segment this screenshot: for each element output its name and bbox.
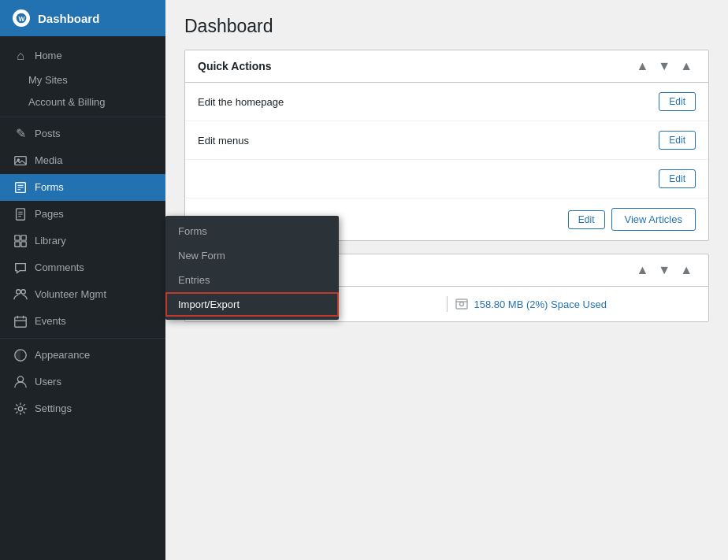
- home-icon: ⌂: [13, 48, 28, 64]
- quick-action-label: Edit menus: [198, 135, 249, 146]
- sidebar-main-nav: ⌂ Home My Sites Account & Billing ✎ Post…: [0, 36, 165, 428]
- storage-used-text: 158.80 MB (2%) Space Used: [474, 299, 607, 310]
- appearance-icon: [13, 347, 28, 363]
- forms-icon: [13, 180, 28, 195]
- sidebar-item-label: Home: [35, 49, 62, 63]
- sidebar-item-account-billing[interactable]: Account & Billing: [0, 91, 165, 113]
- pages-icon: [13, 206, 28, 222]
- sidebar-item-media[interactable]: Media: [0, 147, 165, 174]
- sidebar-item-label: Appearance: [35, 348, 90, 362]
- wp-logo-icon: W: [13, 9, 30, 27]
- page-title: Dashboard: [184, 16, 709, 37]
- users-icon: [13, 374, 28, 390]
- edit-row3-btn[interactable]: Edit: [659, 169, 696, 188]
- storage-close-btn[interactable]: ▲: [677, 262, 696, 278]
- quick-action-row-3: Edit: [185, 160, 708, 198]
- svg-point-23: [17, 376, 23, 382]
- sidebar-item-label: Library: [35, 234, 66, 248]
- edit-menus-btn[interactable]: Edit: [659, 131, 696, 150]
- quick-action-row-menus: Edit menus Edit: [185, 121, 708, 160]
- sidebar-item-settings[interactable]: Settings: [0, 395, 165, 422]
- svg-point-24: [18, 407, 22, 411]
- sidebar-item-comments[interactable]: Comments: [0, 254, 165, 281]
- sidebar-item-library[interactable]: Library: [0, 228, 165, 254]
- widget-controls-storage: ▲ ▼ ▲: [633, 262, 696, 278]
- sidebar-item-label: Comments: [35, 261, 84, 275]
- storage-row-divider: [447, 296, 448, 312]
- widget-close-btn[interactable]: ▲: [677, 58, 696, 74]
- sidebar-item-label: Volunteer Mgmt: [35, 287, 106, 302]
- sidebar-item-appearance[interactable]: Appearance: [0, 342, 165, 369]
- sidebar-item-volunteer-mgmt[interactable]: Volunteer Mgmt: [0, 281, 165, 308]
- svg-rect-28: [456, 299, 467, 309]
- sidebar-item-label: Events: [35, 314, 66, 328]
- edit-row4-btn[interactable]: Edit: [568, 210, 605, 229]
- sidebar-item-label: My Sites: [28, 73, 68, 87]
- settings-icon: [13, 401, 28, 417]
- sidebar-item-posts[interactable]: ✎ Posts: [0, 121, 165, 147]
- svg-rect-12: [15, 235, 20, 240]
- svg-rect-14: [15, 242, 20, 247]
- quick-action-label: Edit the homepage: [198, 96, 284, 108]
- sidebar-item-label: Settings: [35, 402, 72, 416]
- flyout-item-forms[interactable]: Forms: [165, 219, 339, 243]
- widget-controls: ▲ ▼ ▲: [633, 58, 696, 74]
- svg-rect-2: [15, 157, 26, 165]
- sidebar-item-pages[interactable]: Pages: [0, 201, 165, 228]
- sidebar-item-label: Pages: [35, 207, 64, 221]
- sidebar-item-label: Forms: [35, 180, 64, 195]
- storage-collapse-up-btn[interactable]: ▲: [633, 262, 652, 278]
- storage-collapse-down-btn[interactable]: ▼: [655, 262, 674, 278]
- sidebar-item-my-sites[interactable]: My Sites: [0, 69, 165, 91]
- sidebar-divider-2: [0, 338, 165, 339]
- sidebar-item-label: Media: [35, 154, 62, 168]
- sidebar-item-label: Account & Billing: [28, 95, 106, 109]
- sidebar-logo[interactable]: W Dashboard: [0, 0, 165, 36]
- sidebar-divider: [0, 117, 165, 117]
- svg-rect-13: [21, 235, 26, 240]
- flyout-menu: Forms New Form Entries Import/Export: [165, 216, 339, 320]
- events-icon: [13, 313, 28, 329]
- sidebar-item-label: Posts: [35, 127, 61, 141]
- quick-action-row-homepage: Edit the homepage Edit: [185, 83, 708, 121]
- sidebar-logo-label: Dashboard: [38, 12, 99, 25]
- volunteer-icon: [13, 287, 28, 302]
- svg-point-17: [21, 290, 25, 294]
- storage-used: 158.80 MB (2%) Space Used: [454, 296, 696, 312]
- sidebar-item-home[interactable]: ⌂ Home: [0, 43, 165, 69]
- comments-icon: [13, 260, 28, 276]
- sidebar-item-events[interactable]: Events: [0, 308, 165, 335]
- widget-header-quick-actions: Quick Actions ▲ ▼ ▲: [185, 50, 708, 83]
- storage-used-icon: [454, 296, 470, 312]
- svg-point-29: [459, 302, 463, 306]
- quick-actions-widget: Quick Actions ▲ ▼ ▲ Edit the homepage Ed…: [184, 50, 709, 241]
- widget-collapse-up-btn[interactable]: ▲: [633, 58, 652, 74]
- posts-icon: ✎: [13, 126, 28, 142]
- widget-collapse-down-btn[interactable]: ▼: [655, 58, 674, 74]
- svg-point-16: [17, 290, 20, 294]
- svg-rect-18: [15, 317, 26, 328]
- media-icon: [13, 153, 28, 169]
- sidebar-item-users[interactable]: Users: [0, 369, 165, 395]
- library-icon: [13, 233, 28, 249]
- sidebar-item-label: Users: [35, 375, 61, 389]
- quick-actions-title: Quick Actions: [198, 60, 272, 72]
- sidebar: W Dashboard ⌂ Home My Sites Account & Bi…: [0, 0, 165, 560]
- svg-rect-15: [21, 242, 26, 247]
- edit-homepage-btn[interactable]: Edit: [659, 92, 696, 111]
- sidebar-item-forms[interactable]: Forms: [0, 174, 165, 201]
- view-articles-btn[interactable]: View Articles: [611, 208, 696, 231]
- flyout-item-entries[interactable]: Entries: [165, 268, 339, 292]
- svg-text:W: W: [19, 15, 25, 23]
- flyout-item-import-export[interactable]: Import/Export: [165, 292, 339, 317]
- flyout-item-new-form[interactable]: New Form: [165, 243, 339, 268]
